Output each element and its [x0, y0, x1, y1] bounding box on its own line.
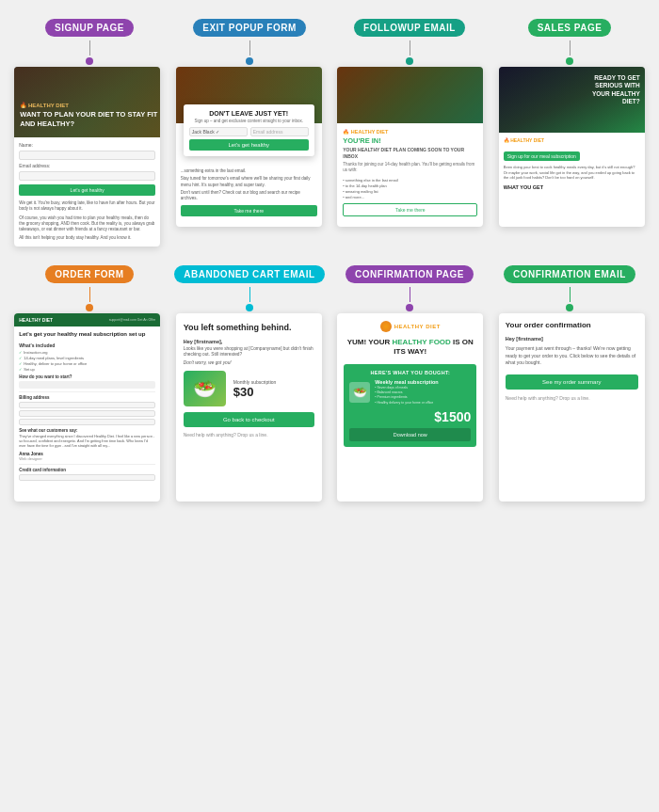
sales-cta[interactable]: Sign up for our meal subscription — [504, 151, 580, 161]
line-confirmation — [410, 287, 410, 302]
line-order — [89, 287, 90, 302]
sales-body-text: Been doing your best to cook healthy mea… — [504, 165, 640, 181]
dot-sales — [566, 57, 573, 65]
sales-logo: 🔥 HEALTHY DIET — [504, 137, 640, 143]
exit-field2[interactable]: Email address — [250, 127, 309, 136]
order-body: Let's get your healthy meal subscription… — [14, 326, 160, 487]
order-billing-field3[interactable] — [19, 419, 155, 425]
order-item1: ✓Instruction.org — [19, 350, 155, 355]
conf-email-body: Your order confirmation Hey [firstname] … — [499, 313, 645, 408]
conf-email-btn[interactable]: See my order summary — [506, 374, 638, 390]
exit-body: ...something extra in the last email. St… — [176, 164, 322, 221]
top-dots — [9, 57, 650, 65]
label-abandoned: ABANDONED CART EMAIL — [174, 265, 324, 283]
label-order: ORDER FORM — [45, 265, 133, 283]
order-card: HEALTHY DIET support@mail.com Get An Off… — [14, 313, 160, 502]
order-reviewer-title: Web designer — [19, 456, 155, 461]
followup-item3: • amazing mailing list — [343, 189, 477, 194]
dot-confirmation — [406, 304, 413, 311]
order-card-field[interactable] — [19, 474, 155, 481]
signup-name-input[interactable] — [19, 151, 155, 160]
exit-field1[interactable]: Jack Black ✓ — [189, 127, 248, 136]
dot-exit — [246, 57, 253, 65]
signup-card: 🔥 HEALTHY DIET WANT TO PLAN YOUR DIET TO… — [14, 67, 160, 247]
confirmation-logo-text: HEALTHY DIET — [394, 324, 441, 329]
order-credit-title: Credit card information — [19, 468, 155, 472]
exit-card: DON'T LEAVE JUST YET! Sign up – and get … — [176, 67, 322, 227]
col-confirmation: CONFIRMATION PAGE — [330, 265, 490, 283]
order-start-input[interactable] — [19, 381, 155, 389]
confirmation-download-btn[interactable]: Download now — [349, 428, 471, 441]
order-logo: HEALTHY DIET — [19, 317, 53, 323]
exit-body-text2: Stay tuned for tomorrow's email where we… — [181, 176, 317, 188]
line-abandoned — [249, 287, 250, 302]
bottom-cards-row: HEALTHY DIET support@mail.com Get An Off… — [9, 313, 650, 502]
label-sales: SALES PAGE — [528, 19, 612, 37]
abandoned-help: Need help with anything? Drop us a line. — [184, 432, 314, 438]
confirmation-item-details: • Seven days of meals • Balanced macros … — [375, 386, 471, 406]
confirmation-body: HEALTHY DIET YUM! YOUR HEALTHY FOOD IS O… — [337, 313, 483, 454]
line-signup — [89, 40, 90, 56]
col-abandoned: ABANDONED CART EMAIL — [169, 265, 330, 283]
order-billing-field2[interactable] — [19, 410, 155, 417]
followup-btn[interactable]: Take me there — [343, 203, 477, 216]
signup-btn[interactable]: Let's get healthy — [19, 184, 155, 196]
followup-title: YOU'RE IN! — [343, 136, 477, 145]
bottom-label-row: ORDER FORM ABANDONED CART EMAIL CONFIRMA… — [9, 265, 650, 283]
top-cards-row: 🔥 HEALTHY DIET WANT TO PLAN YOUR DIET TO… — [9, 67, 650, 247]
exit-body-text3: Don't want until then? Check out our blo… — [181, 190, 317, 202]
confirmation-item-icon: 🥗 — [349, 382, 370, 403]
followup-item2: • to the 14-day health plan — [343, 183, 477, 188]
order-item4: ✓Set up — [19, 367, 155, 372]
col-followup: FOLLOWUP EMAIL — [330, 19, 490, 37]
top-label-row: SIGNUP PAGE EXIT POPUP FORM FOLLOWUP EMA… — [9, 19, 650, 37]
abandoned-body: You left something behind. Hey [firstnam… — [176, 313, 322, 447]
followup-logo: 🔥 HEALTHY DIET — [343, 129, 477, 135]
label-signup: SIGNUP PAGE — [45, 19, 134, 37]
exit-btn[interactable]: Let's get healthy — [189, 139, 309, 151]
confirmation-logo-row: HEALTHY DIET — [344, 321, 476, 332]
order-card-top: HEALTHY DIET support@mail.com Get An Off… — [14, 313, 160, 326]
sales-body: 🔥 HEALTHY DIET Sign up for our meal subs… — [499, 133, 645, 195]
order-item2: ✓14-day meal plans, level ingredients — [19, 356, 155, 360]
order-includes-title: What's included — [19, 342, 155, 348]
abandoned-greeting: Hey [firstname], — [184, 339, 314, 344]
label-followup: FOLLOWUP EMAIL — [354, 19, 465, 37]
top-connectors — [9, 40, 650, 56]
label-confirmation: CONFIRMATION PAGE — [346, 265, 474, 283]
line-conf-email — [570, 287, 571, 302]
label-exit: EXIT POPUP FORM — [193, 19, 306, 37]
sales-card: READY TO GET SERIOUS WITH YOUR HEALTHY D… — [499, 67, 645, 227]
order-divider — [19, 391, 155, 392]
abandoned-product-price: $30 — [233, 386, 277, 398]
abandoned-btn[interactable]: Go back to checkout — [184, 412, 314, 427]
conf-email-title: Your order confirmation — [506, 321, 638, 330]
order-nav: support@mail.com Get An Offer — [109, 318, 156, 322]
confirmation-title: YUM! YOUR HEALTHY FOOD IS ON ITS WAY! — [344, 338, 476, 357]
confirmation-item-name: Weekly meal subscription — [375, 379, 471, 385]
signup-email-input[interactable] — [19, 171, 155, 181]
signup-body-text2: Of course, you wish you had time to plan… — [19, 215, 155, 233]
signup-name-label: Name: — [19, 142, 155, 148]
exit-popup-sub: Sign up – and get exclusive content stra… — [189, 119, 309, 123]
dot-order — [86, 304, 93, 311]
col-order: ORDER FORM — [9, 265, 169, 283]
conf-email-greeting: Hey [firstname] — [506, 336, 638, 342]
exit-takeme-btn[interactable]: Take me there — [181, 205, 317, 216]
followup-body: 🔥 HEALTHY DIET YOU'RE IN! YOUR HEALTHY D… — [337, 123, 483, 222]
abandoned-product-row: 🥗 Monthly subscription $30 — [184, 371, 314, 406]
dot-followup — [406, 57, 413, 65]
conf-email-body-text: Your payment just went through – thanks!… — [506, 345, 638, 367]
col-signup: SIGNUP PAGE — [9, 19, 169, 37]
confirmation-item-row: 🥗 Weekly meal subscription • Seven days … — [349, 379, 471, 406]
exit-popup: DON'T LEAVE JUST YET! Sign up – and get … — [184, 104, 314, 156]
line-exit — [249, 40, 250, 56]
bottom-dots — [9, 304, 650, 311]
order-title: Let's get your healthy meal subscription… — [19, 331, 155, 339]
main-container: SIGNUP PAGE EXIT POPUP FORM FOLLOWUP EMA… — [0, 0, 659, 528]
signup-body-text3: All this isn't helping your body stay he… — [19, 235, 155, 241]
abandoned-product-img: 🥗 — [184, 371, 226, 406]
order-how-start: How do you want to start? — [19, 374, 155, 379]
confirmation-price: $1500 — [349, 409, 471, 424]
order-billing-field1[interactable] — [19, 402, 155, 408]
